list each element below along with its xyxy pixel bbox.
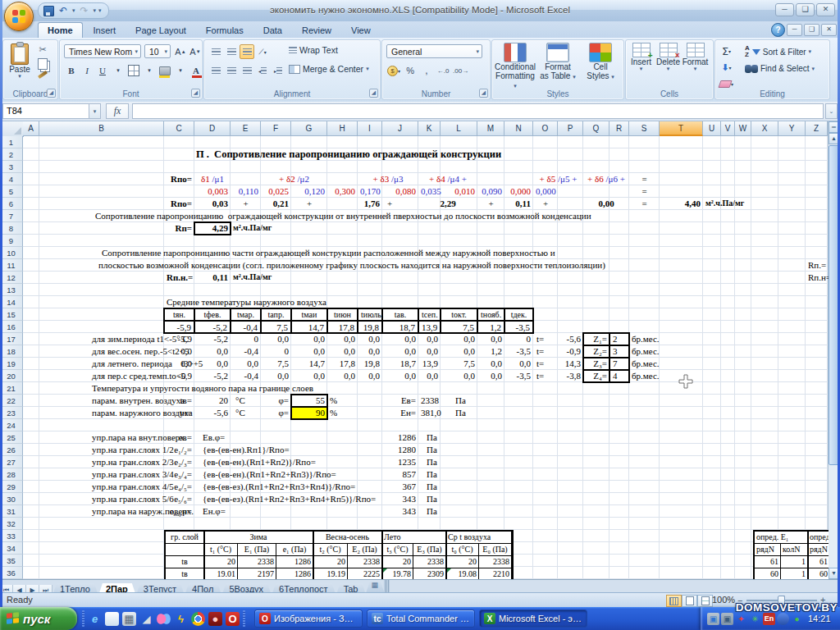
name-box[interactable]: T84 (2, 103, 89, 119)
cell-M18[interactable]: 1,2 (477, 345, 504, 358)
cell-N6[interactable]: 0,11 (504, 198, 533, 210)
column-header-V[interactable]: V (721, 121, 735, 136)
autosum-button[interactable]: Σ▾ (719, 43, 734, 58)
season-table-cell-r33c1[interactable]: Зима (204, 532, 313, 544)
cell-D6[interactable]: 0,03 (194, 198, 231, 210)
cell-M5[interactable]: 0,090 (477, 185, 504, 198)
column-header-B[interactable]: B (39, 121, 164, 136)
column-header-Y[interactable]: Y (778, 121, 806, 136)
cell-D29[interactable]: {ев-(ев-ез).(Rп1+Rп2+Rп3+Rп4)}/Rпо= (194, 481, 231, 493)
column-header-W[interactable]: W (735, 121, 751, 136)
copy-icon[interactable] (38, 58, 48, 70)
cell-J17[interactable]: 0,0 (382, 333, 418, 345)
cell-R18[interactable]: 3 (609, 345, 629, 358)
language-indicator[interactable]: En (763, 613, 775, 625)
cell-O17[interactable]: t= (533, 333, 558, 345)
delete-cells-button[interactable]: ×Delete▾ (655, 43, 682, 71)
column-header-J[interactable]: J (382, 121, 418, 136)
cell-O6[interactable]: + (533, 198, 558, 210)
italic-button[interactable]: I (80, 63, 94, 78)
season-table-cell-r35c2[interactable]: 2338 (238, 556, 276, 568)
paste-button[interactable]: Paste ▾ (6, 43, 34, 79)
cell-B23[interactable]: парам. наружного воздуха (39, 407, 164, 419)
cell-D31[interactable]: Ен.φ= (194, 505, 231, 518)
cell-B26[interactable]: упр.на гран.слоях 1/2 (39, 444, 164, 456)
row-header-35[interactable]: 35 (0, 555, 23, 567)
formula-input[interactable] (132, 103, 824, 119)
row-header-17[interactable]: 17 (0, 333, 23, 345)
row-header-20[interactable]: 20 (0, 370, 23, 382)
speaker-icon[interactable]: ◢ (139, 612, 153, 626)
cell-R17[interactable]: 2 (609, 333, 629, 345)
underline-button[interactable]: U (95, 63, 110, 78)
cell-C27[interactable]: e₂/₃= (164, 456, 194, 468)
season-table-cell-r33c8[interactable]: Ср t воздуха (446, 532, 512, 544)
shrink-font-button[interactable]: A▼ (188, 44, 203, 59)
cell-E22[interactable]: °C (231, 395, 261, 407)
workbook-minimize-button[interactable]: ─ (787, 24, 802, 36)
redapp-icon[interactable]: ● (208, 612, 222, 626)
cell-J16[interactable]: 18,7 (382, 321, 418, 333)
cell-K17[interactable]: 0,0 (418, 333, 441, 345)
insert-cells-button[interactable]: +Insert▾ (628, 43, 655, 71)
decrease-decimal-button[interactable]: .00→ (452, 63, 469, 78)
cell-J26[interactable]: 1280 (382, 444, 418, 456)
align-top-button[interactable] (208, 44, 223, 59)
cell-C18[interactable]: 0,0 (164, 345, 194, 358)
cell-E16[interactable]: -0,4 (231, 321, 261, 333)
cell-E20[interactable]: -0,4 (231, 370, 261, 382)
season-table-cell-r35c5[interactable]: 2338 (348, 556, 382, 568)
cell-S19[interactable]: бр.мес. (629, 358, 660, 370)
cell-P18[interactable]: -0,9 (558, 345, 583, 358)
column-header-M[interactable]: M (477, 121, 504, 136)
cell-D25[interactable]: Ев.φ= (194, 431, 231, 444)
cell-S6[interactable]: = (629, 198, 660, 210)
cell-C25[interactable]: ев= (164, 431, 194, 444)
cell-I20[interactable]: 0,0 (358, 370, 382, 382)
task-tc[interactable]: tcTotal Commander 6.5... (367, 609, 475, 628)
cell-J20[interactable]: 0,0 (382, 370, 418, 382)
column-header-E[interactable]: E (231, 121, 261, 136)
lookup-table-cell-r36c0[interactable]: 60 (755, 568, 781, 579)
cell-B27[interactable]: упр.на гран.слоях 2/3 (39, 456, 164, 468)
cell-K22[interactable]: 2338 (418, 395, 441, 407)
cell-B7[interactable]: Сопротивление паропроницанию ограждающей… (39, 210, 164, 222)
cell-B17[interactable]: для зим.периода t1<-5° C (39, 333, 164, 345)
cell-G22[interactable]: 55 (291, 395, 327, 407)
shield-tray-icon[interactable] (777, 613, 789, 625)
ie-icon[interactable]: e (88, 612, 102, 626)
season-table-cell-r36c3[interactable]: 1286 (276, 568, 313, 579)
cell-F22[interactable]: φ= (261, 395, 291, 407)
season-table-cell-r36c1[interactable]: 19.01 (204, 568, 238, 579)
cell-E18[interactable]: -0,4 (231, 345, 261, 358)
cell-G17[interactable]: 0,0 (291, 333, 327, 345)
cell-O18[interactable]: t= (533, 345, 558, 358)
cell-K23[interactable]: 381,0 (418, 407, 441, 419)
season-table-cell-r35c7[interactable]: 2338 (413, 556, 446, 568)
column-header-G[interactable]: G (291, 121, 327, 136)
cell-L17[interactable]: 0,0 (441, 333, 477, 345)
cell-E17[interactable]: 0 (231, 333, 261, 345)
row-header-26[interactable]: 26 (0, 444, 23, 456)
font-size-combo[interactable]: 10▾ (144, 44, 171, 58)
tab-page-layout[interactable]: Page Layout (126, 23, 195, 39)
cell-K28[interactable]: Па (418, 468, 441, 481)
cell-D12[interactable]: 0,11 (194, 272, 231, 284)
season-table-cell-r34c3[interactable]: e₁ (Па) (276, 544, 313, 556)
align-left-button[interactable] (208, 63, 223, 78)
cell-C30[interactable]: e₅/₆= (164, 493, 194, 505)
cell-F18[interactable]: 0 (261, 345, 291, 358)
row-header-23[interactable]: 23 (0, 407, 23, 419)
cell-J6[interactable]: + (382, 198, 418, 210)
column-header-U[interactable]: U (703, 121, 721, 136)
cell-R19[interactable]: 7 (609, 358, 629, 370)
season-table-cell-r36c4[interactable]: 19.19 (313, 568, 348, 579)
cell-L20[interactable]: 0,0 (441, 370, 477, 382)
season-table-cell-r33c6[interactable]: Лето (382, 532, 446, 544)
cell-I4[interactable]: + δ3 /μ3 (358, 173, 418, 185)
column-header-P[interactable]: P (558, 121, 583, 136)
cell-N17[interactable]: 0 (504, 333, 533, 345)
cell-C28[interactable]: e₃/₄= (164, 468, 194, 481)
row-header-29[interactable]: 29 (0, 481, 23, 493)
cell-H17[interactable]: 0,0 (327, 333, 358, 345)
